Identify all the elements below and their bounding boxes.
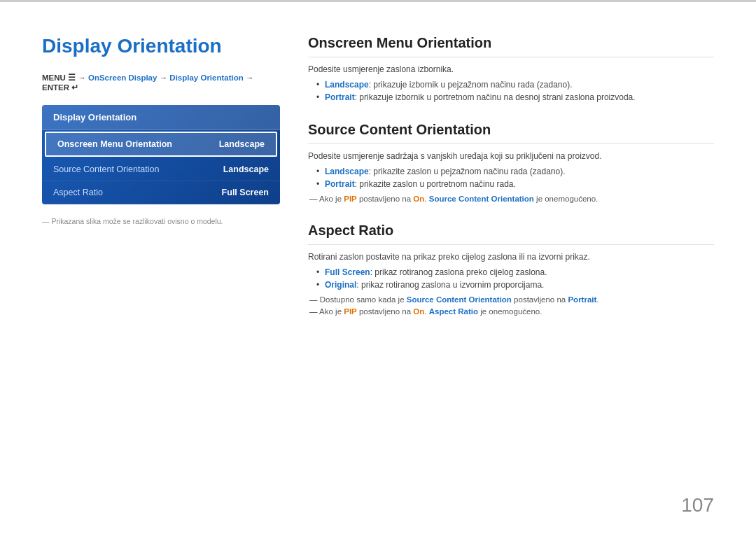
bc-arrow2: → xyxy=(160,73,170,82)
kw-portrait-1: Portrait xyxy=(325,92,355,102)
menu-box-title: Display Orientation xyxy=(42,105,280,130)
section-aspect-bullets: Full Screen: prikaz rotiranog zaslona pr… xyxy=(308,267,714,290)
kw-landscape-2: Landscape xyxy=(325,167,369,176)
kw-on-2: On xyxy=(413,307,424,316)
bc-arrow: → xyxy=(78,73,88,82)
bullet-portrait-1: Portrait: prikazuje izbornik u portretno… xyxy=(316,92,714,102)
section-source-bullets: Landscape: prikazite zaslon u pejzažnom … xyxy=(308,167,714,189)
page-number: 107 xyxy=(681,494,714,517)
breadcrumb-orientation: Display Orientation xyxy=(169,73,243,82)
menu-item-onscreen[interactable]: Onscreen Menu Orientation Landscape xyxy=(45,132,277,157)
section-onscreen-title: Onscreen Menu Orientation xyxy=(308,35,714,57)
section-aspect-desc: Rotirani zaslon postavite na prikaz prek… xyxy=(308,252,714,262)
section-source-desc: Podesite usmjerenje sadržaja s vanjskih … xyxy=(308,151,714,161)
bullet-landscape-2: Landscape: prikazite zaslon u pejzažnom … xyxy=(316,167,714,176)
bullet-landscape-1: Landscape: prikazuje izbornik u pejzažno… xyxy=(316,80,714,90)
kw-source-content: Source Content Orientation xyxy=(429,195,534,203)
menu-label: MENU xyxy=(42,73,66,82)
kw-original: Original xyxy=(325,280,356,290)
menu-icon: ☰ xyxy=(68,73,78,82)
section-source-title: Source Content Orientation xyxy=(308,122,714,144)
menu-item-source[interactable]: Source Content Orientation Landscape xyxy=(42,158,280,181)
section-aspect-title: Aspect Ratio xyxy=(308,223,714,245)
section-onscreen: Onscreen Menu Orientation Podesite usmje… xyxy=(308,35,714,102)
menu-item-source-value: Landscape xyxy=(223,164,269,174)
menu-item-aspect-label: Aspect Ratio xyxy=(53,188,103,197)
breadcrumb-onscreen: OnScreen Display xyxy=(88,73,157,82)
right-column: Onscreen Menu Orientation Podesite usmje… xyxy=(308,35,714,335)
footnote: Prikazana slika može se razlikovati ovis… xyxy=(42,217,280,225)
kw-pip-1: PIP xyxy=(344,195,357,203)
kw-fullscreen: Full Screen xyxy=(325,267,370,277)
menu-item-aspect-value: Full Screen xyxy=(222,188,269,197)
kw-aspect-ratio: Aspect Ratio xyxy=(429,307,478,316)
kw-on-1: On xyxy=(413,195,424,203)
section-onscreen-desc: Podesite usmjerenje zaslona izbornika. xyxy=(308,64,714,74)
kw-portrait-2: Portrait xyxy=(325,179,355,189)
kw-source-content-2: Source Content Orientation xyxy=(407,295,512,304)
section-onscreen-bullets: Landscape: prikazuje izbornik u pejzažno… xyxy=(308,80,714,102)
menu-item-onscreen-label: Onscreen Menu Orientation xyxy=(57,139,172,149)
kw-pip-2: PIP xyxy=(344,307,357,316)
left-column: Display Orientation MENU ☰ → OnScreen Di… xyxy=(42,35,280,335)
menu-item-onscreen-value: Landscape xyxy=(219,139,265,149)
note-aspect-pip: Ako je PIP postavljeno na On. Aspect Rat… xyxy=(308,307,714,316)
bullet-fullscreen: Full Screen: prikaz rotiranog zaslona pr… xyxy=(316,267,714,277)
note-source-pip: Ako je PIP postavljeno na On. Source Con… xyxy=(308,195,714,203)
bullet-original: Original: prikaz rotiranog zaslona u izv… xyxy=(316,280,714,290)
menu-box: Display Orientation Onscreen Menu Orient… xyxy=(42,105,280,204)
menu-item-source-label: Source Content Orientation xyxy=(53,164,159,174)
section-source: Source Content Orientation Podesite usmj… xyxy=(308,122,714,203)
section-aspect: Aspect Ratio Rotirani zaslon postavite n… xyxy=(308,223,714,316)
bc-arrow3: → xyxy=(246,73,254,82)
top-divider xyxy=(0,0,756,2)
kw-portrait-3: Portrait xyxy=(568,295,596,304)
bullet-portrait-2: Portrait: prikazite zaslon u portretnom … xyxy=(316,179,714,189)
kw-landscape-1: Landscape xyxy=(325,80,369,90)
note-aspect-portrait: Dostupno samo kada je Source Content Ori… xyxy=(308,295,714,304)
breadcrumb: MENU ☰ → OnScreen Display → Display Orie… xyxy=(42,73,280,92)
page-title: Display Orientation xyxy=(42,35,280,57)
breadcrumb-enter: ENTER ↵ xyxy=(42,83,78,92)
menu-item-aspect[interactable]: Aspect Ratio Full Screen xyxy=(42,181,280,204)
